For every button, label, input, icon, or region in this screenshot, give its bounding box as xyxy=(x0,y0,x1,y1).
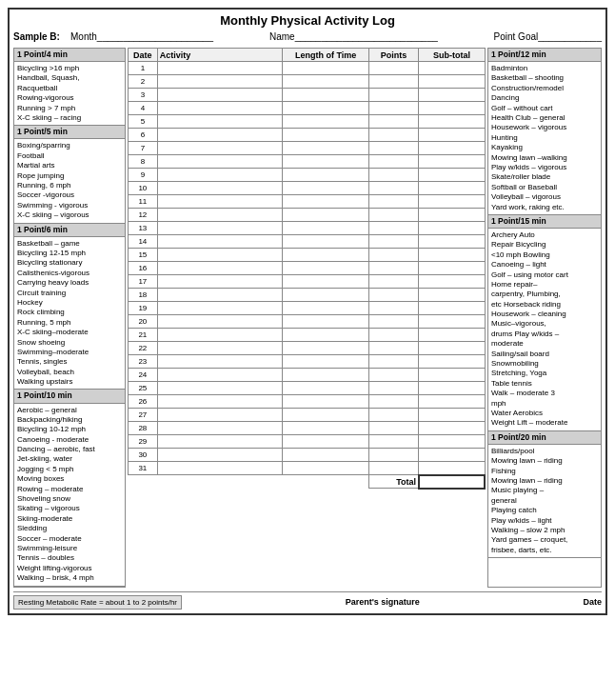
activity-cell[interactable] xyxy=(157,129,283,142)
time-cell[interactable] xyxy=(283,235,368,249)
subtotal-cell[interactable] xyxy=(419,182,485,195)
activity-cell[interactable] xyxy=(157,382,283,395)
time-cell[interactable] xyxy=(283,195,368,209)
points-cell[interactable] xyxy=(368,249,419,262)
subtotal-cell[interactable] xyxy=(419,209,485,222)
activity-cell[interactable] xyxy=(157,102,283,115)
time-cell[interactable] xyxy=(283,355,368,369)
time-cell[interactable] xyxy=(283,435,368,449)
subtotal-cell[interactable] xyxy=(419,115,485,129)
points-cell[interactable] xyxy=(368,169,419,182)
time-cell[interactable] xyxy=(283,449,368,462)
time-cell[interactable] xyxy=(283,462,368,475)
activity-cell[interactable] xyxy=(157,169,283,182)
activity-cell[interactable] xyxy=(157,209,283,222)
activity-cell[interactable] xyxy=(157,195,283,209)
subtotal-cell[interactable] xyxy=(419,435,485,449)
time-cell[interactable] xyxy=(283,249,368,262)
subtotal-cell[interactable] xyxy=(419,462,485,475)
activity-cell[interactable] xyxy=(157,395,283,409)
subtotal-cell[interactable] xyxy=(419,155,485,169)
time-cell[interactable] xyxy=(283,289,368,302)
points-cell[interactable] xyxy=(368,155,419,169)
subtotal-cell[interactable] xyxy=(419,395,485,409)
subtotal-cell[interactable] xyxy=(419,342,485,355)
time-cell[interactable] xyxy=(283,209,368,222)
time-cell[interactable] xyxy=(283,89,368,102)
time-cell[interactable] xyxy=(283,315,368,329)
activity-cell[interactable] xyxy=(157,115,283,129)
time-cell[interactable] xyxy=(283,169,368,182)
points-cell[interactable] xyxy=(368,235,419,249)
time-cell[interactable] xyxy=(283,382,368,395)
time-cell[interactable] xyxy=(283,395,368,409)
subtotal-cell[interactable] xyxy=(419,409,485,422)
points-cell[interactable] xyxy=(368,302,419,315)
points-cell[interactable] xyxy=(368,342,419,355)
activity-cell[interactable] xyxy=(157,249,283,262)
activity-cell[interactable] xyxy=(157,155,283,169)
activity-cell[interactable] xyxy=(157,62,283,75)
time-cell[interactable] xyxy=(283,329,368,342)
activity-cell[interactable] xyxy=(157,235,283,249)
time-cell[interactable] xyxy=(283,75,368,89)
points-cell[interactable] xyxy=(368,315,419,329)
subtotal-cell[interactable] xyxy=(419,195,485,209)
subtotal-cell[interactable] xyxy=(419,222,485,235)
points-cell[interactable] xyxy=(368,142,419,155)
points-cell[interactable] xyxy=(368,182,419,195)
points-cell[interactable] xyxy=(368,422,419,435)
points-cell[interactable] xyxy=(368,382,419,395)
time-cell[interactable] xyxy=(283,155,368,169)
subtotal-cell[interactable] xyxy=(419,142,485,155)
time-cell[interactable] xyxy=(283,182,368,195)
time-cell[interactable] xyxy=(283,129,368,142)
activity-cell[interactable] xyxy=(157,89,283,102)
activity-cell[interactable] xyxy=(157,422,283,435)
points-cell[interactable] xyxy=(368,62,419,75)
time-cell[interactable] xyxy=(283,302,368,315)
subtotal-cell[interactable] xyxy=(419,129,485,142)
subtotal-cell[interactable] xyxy=(419,289,485,302)
subtotal-cell[interactable] xyxy=(419,355,485,369)
activity-cell[interactable] xyxy=(157,409,283,422)
activity-cell[interactable] xyxy=(157,315,283,329)
activity-cell[interactable] xyxy=(157,369,283,382)
time-cell[interactable] xyxy=(283,422,368,435)
activity-cell[interactable] xyxy=(157,462,283,475)
subtotal-cell[interactable] xyxy=(419,169,485,182)
points-cell[interactable] xyxy=(368,449,419,462)
subtotal-cell[interactable] xyxy=(419,422,485,435)
points-cell[interactable] xyxy=(368,275,419,289)
time-cell[interactable] xyxy=(283,275,368,289)
time-cell[interactable] xyxy=(283,262,368,275)
points-cell[interactable] xyxy=(368,462,419,475)
points-cell[interactable] xyxy=(368,395,419,409)
time-cell[interactable] xyxy=(283,62,368,75)
points-cell[interactable] xyxy=(368,329,419,342)
subtotal-cell[interactable] xyxy=(419,329,485,342)
activity-cell[interactable] xyxy=(157,222,283,235)
time-cell[interactable] xyxy=(283,409,368,422)
time-cell[interactable] xyxy=(283,369,368,382)
activity-cell[interactable] xyxy=(157,449,283,462)
subtotal-cell[interactable] xyxy=(419,249,485,262)
points-cell[interactable] xyxy=(368,222,419,235)
activity-cell[interactable] xyxy=(157,182,283,195)
activity-cell[interactable] xyxy=(157,275,283,289)
activity-cell[interactable] xyxy=(157,289,283,302)
subtotal-cell[interactable] xyxy=(419,369,485,382)
subtotal-cell[interactable] xyxy=(419,302,485,315)
points-cell[interactable] xyxy=(368,209,419,222)
time-cell[interactable] xyxy=(283,222,368,235)
time-cell[interactable] xyxy=(283,115,368,129)
subtotal-cell[interactable] xyxy=(419,275,485,289)
points-cell[interactable] xyxy=(368,129,419,142)
activity-cell[interactable] xyxy=(157,435,283,449)
subtotal-cell[interactable] xyxy=(419,449,485,462)
activity-cell[interactable] xyxy=(157,329,283,342)
subtotal-cell[interactable] xyxy=(419,62,485,75)
subtotal-cell[interactable] xyxy=(419,89,485,102)
activity-cell[interactable] xyxy=(157,355,283,369)
points-cell[interactable] xyxy=(368,369,419,382)
